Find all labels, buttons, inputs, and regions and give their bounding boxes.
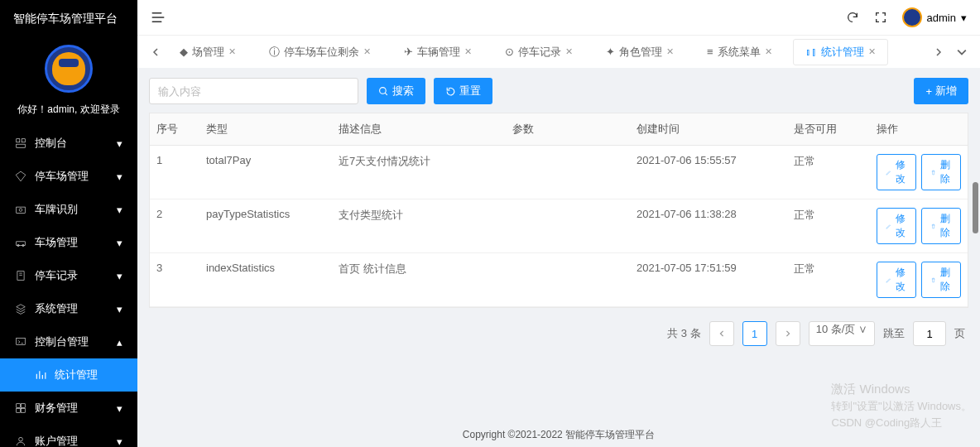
toolbar: 搜索 重置 + 新增 <box>149 78 968 104</box>
chart-icon: ⫾⫿ <box>805 46 817 58</box>
edit-button[interactable]: 修改 <box>877 262 916 298</box>
tab-6[interactable]: ⫾⫿统计管理✕ <box>793 39 888 65</box>
chevron-icon: ▾ <box>117 270 122 282</box>
page-1[interactable]: 1 <box>742 321 767 346</box>
table-row: 2payTypeStatistics支付类型统计2021-07-06 11:38… <box>150 199 968 253</box>
tab-label: 车辆管理 <box>417 45 460 60</box>
delete-button[interactable]: 删除 <box>921 262 961 298</box>
col-status: 是否可用 <box>787 113 870 145</box>
sidebar-item-4[interactable]: 停车记录▾ <box>0 259 137 292</box>
table-header: 序号 类型 描述信息 参数 创建时间 是否可用 操作 <box>150 113 968 146</box>
close-icon[interactable]: ✕ <box>666 46 674 57</box>
app-title: 智能停车场管理平台 <box>0 0 137 38</box>
close-icon[interactable]: ✕ <box>565 46 573 57</box>
fullscreen-icon[interactable] <box>874 11 887 24</box>
next-page[interactable] <box>776 321 800 346</box>
cell-status: 正常 <box>787 146 870 199</box>
tab-4[interactable]: ✦角色管理✕ <box>593 39 686 65</box>
sidebar: 智能停车场管理平台 你好！admin, 欢迎登录 控制台▾停车场管理▾车牌识别▾… <box>0 0 137 447</box>
diamond-icon <box>15 171 26 182</box>
close-icon[interactable]: ✕ <box>765 46 772 57</box>
cell-param <box>506 199 630 252</box>
col-param: 参数 <box>506 113 630 145</box>
tab-label: 场管理 <box>192 45 224 60</box>
jump-input[interactable] <box>913 321 946 346</box>
close-icon[interactable]: ✕ <box>228 46 236 57</box>
chevron-icon: ▾ <box>117 171 122 183</box>
chevron-down-icon: ∨ <box>858 323 867 335</box>
sidebar-item-9[interactable]: 账户管理▾ <box>0 425 137 447</box>
col-ops: 操作 <box>870 113 968 145</box>
page-size-select[interactable]: 10 条/页 ∨ <box>809 321 875 346</box>
delete-button[interactable]: 删除 <box>921 154 961 190</box>
total-text: 共 3 条 <box>667 326 700 341</box>
stats-icon <box>35 369 46 381</box>
send-icon: ✈ <box>404 46 413 58</box>
sidebar-item-5[interactable]: 系统管理▾ <box>0 292 137 325</box>
col-time: 创建时间 <box>630 113 787 145</box>
tab-5[interactable]: ≡系统菜单✕ <box>694 39 785 65</box>
tab-0[interactable]: ◆场管理✕ <box>167 39 248 65</box>
menu-label: 财务管理 <box>35 401 78 416</box>
search-button[interactable]: 搜索 <box>367 78 425 104</box>
cell-param <box>506 146 630 199</box>
tabs-prev[interactable] <box>144 41 167 64</box>
tab-1[interactable]: ⓘ停车场车位剩余✕ <box>257 39 383 65</box>
camera-icon <box>15 204 26 215</box>
tab-3[interactable]: ⊙停车记录✕ <box>492 39 585 65</box>
sidebar-item-3[interactable]: 车场管理▾ <box>0 226 137 259</box>
svg-rect-11 <box>22 404 26 408</box>
chevron-icon: ▾ <box>117 303 122 315</box>
reset-button[interactable]: 重置 <box>434 78 492 104</box>
pagination: 共 3 条 1 10 条/页 ∨ 跳至 页 <box>149 308 968 359</box>
page-suffix: 页 <box>954 326 965 341</box>
search-input[interactable] <box>149 78 358 104</box>
svg-point-4 <box>19 209 22 212</box>
edit-button[interactable]: 修改 <box>877 208 916 244</box>
menu-label: 系统管理 <box>35 301 78 316</box>
user-menu[interactable]: admin ▾ <box>902 7 967 27</box>
close-icon[interactable]: ✕ <box>464 46 472 57</box>
refresh-icon[interactable] <box>846 11 859 24</box>
sidebar-item-6[interactable]: 控制台管理▴ <box>0 325 137 358</box>
layers-icon <box>15 303 26 315</box>
sidebar-item-0[interactable]: 控制台▾ <box>0 127 137 160</box>
sidebar-item-1[interactable]: 停车场管理▾ <box>0 160 137 193</box>
svg-point-17 <box>380 87 387 94</box>
menu-label: 车牌识别 <box>35 202 78 217</box>
sidebar-item-8[interactable]: 财务管理▾ <box>0 392 137 425</box>
tabs-bar: ◆场管理✕ⓘ停车场车位剩余✕✈车辆管理✕⊙停车记录✕✦角色管理✕≡系统菜单✕⫾⫿… <box>137 35 980 68</box>
chevron-icon: ▴ <box>117 336 122 348</box>
chevron-icon: ▾ <box>117 137 122 150</box>
tabs-next[interactable] <box>927 41 950 64</box>
book-icon <box>15 270 26 281</box>
pin-icon: ⊙ <box>505 46 514 58</box>
tab-label: 统计管理 <box>821 45 864 60</box>
scrollbar[interactable] <box>973 182 978 233</box>
prev-page[interactable] <box>709 321 734 346</box>
svg-rect-12 <box>17 409 21 413</box>
col-seq: 序号 <box>150 113 199 145</box>
tab-label: 停车记录 <box>518 45 561 60</box>
cell-ops: 修改删除 <box>870 199 968 252</box>
avatar[interactable] <box>45 45 93 93</box>
close-icon[interactable]: ✕ <box>868 46 876 57</box>
sidebar-item-7[interactable]: 统计管理 <box>0 358 137 392</box>
svg-rect-2 <box>17 144 26 147</box>
add-button[interactable]: + 新增 <box>914 78 968 104</box>
topbar: admin ▾ <box>137 0 980 35</box>
tab-2[interactable]: ✈车辆管理✕ <box>392 39 484 65</box>
sidebar-item-2[interactable]: 车牌识别▾ <box>0 193 137 226</box>
cell-seq: 2 <box>150 199 199 252</box>
menu-label: 停车场管理 <box>35 169 89 184</box>
menu-toggle-icon[interactable] <box>151 10 166 25</box>
tab-label: 角色管理 <box>619 45 662 60</box>
edit-button[interactable]: 修改 <box>877 154 916 190</box>
delete-button[interactable]: 删除 <box>921 208 961 244</box>
table-row: 3indexStatistics首页 统计信息2021-07-05 17:51:… <box>150 253 968 307</box>
tabs-dropdown[interactable] <box>950 41 973 64</box>
cell-param <box>506 253 630 306</box>
close-icon[interactable]: ✕ <box>363 46 371 57</box>
add-label: 新增 <box>935 84 957 99</box>
menu-label: 车场管理 <box>35 235 78 250</box>
